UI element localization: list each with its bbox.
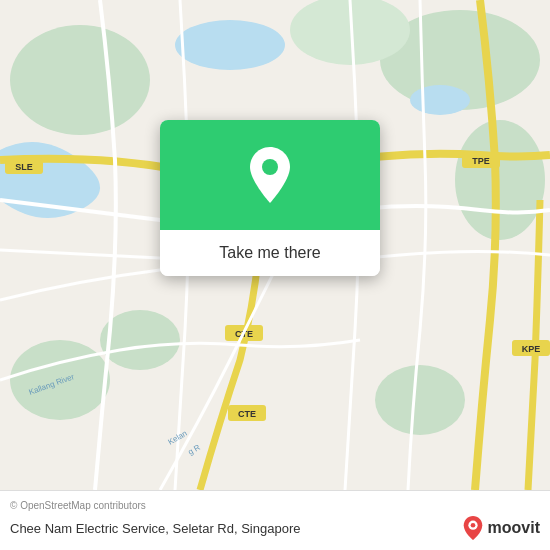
button-label: Take me there: [219, 244, 320, 262]
bottom-bar: © OpenStreetMap contributors Chee Nam El…: [0, 490, 550, 550]
moovit-logo: moovit: [462, 515, 540, 541]
svg-text:CTE: CTE: [238, 409, 256, 419]
location-text: Chee Nam Electric Service, Seletar Rd, S…: [10, 521, 300, 536]
svg-text:KPE: KPE: [522, 344, 541, 354]
svg-point-8: [410, 85, 470, 115]
svg-point-2: [455, 120, 545, 240]
svg-text:SLE: SLE: [15, 162, 33, 172]
moovit-pin-icon: [462, 515, 484, 541]
popup-card: Take me there: [160, 120, 380, 276]
map-container: SLE CTE TPE KPE CTE Kallang River Kelan …: [0, 0, 550, 490]
svg-point-0: [10, 25, 150, 135]
map-attribution: © OpenStreetMap contributors: [10, 500, 540, 511]
take-me-there-button[interactable]: Take me there: [160, 230, 380, 276]
moovit-label: moovit: [488, 519, 540, 537]
svg-point-25: [470, 523, 475, 528]
svg-point-7: [175, 20, 285, 70]
svg-point-23: [262, 159, 278, 175]
svg-point-6: [375, 365, 465, 435]
svg-text:g R: g R: [187, 443, 202, 457]
location-row: Chee Nam Electric Service, Seletar Rd, S…: [10, 515, 540, 541]
popup-header: [160, 120, 380, 230]
svg-text:TPE: TPE: [472, 156, 490, 166]
location-pin-icon: [245, 145, 295, 205]
